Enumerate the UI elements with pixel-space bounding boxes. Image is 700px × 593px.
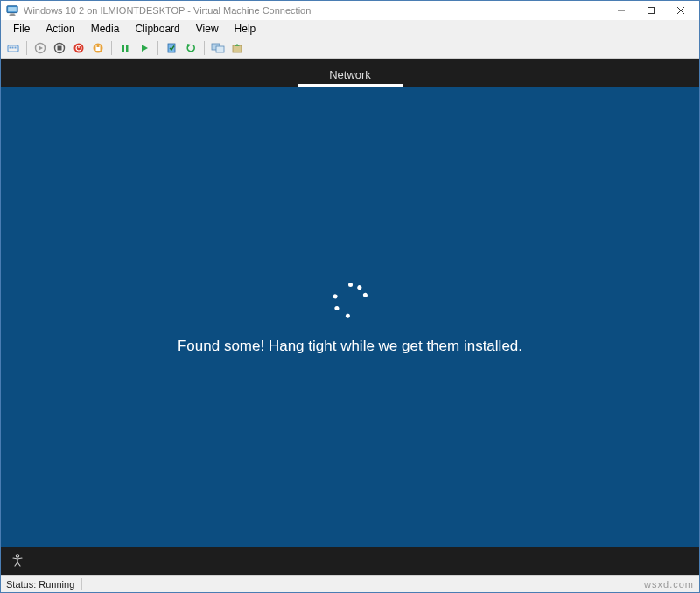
svg-point-31 — [16, 555, 18, 557]
toolbar-separator — [158, 41, 158, 55]
window-title: Windows 10 2 on ILMIONTDESKTOP - Virtual… — [24, 5, 311, 16]
revert-button[interactable] — [182, 39, 200, 57]
svg-rect-23 — [126, 45, 129, 52]
close-button[interactable] — [666, 1, 696, 20]
oobe-header: Network — [1, 59, 699, 87]
statusbar: Status: Running wsxd.com — [1, 575, 699, 592]
pause-button[interactable] — [116, 39, 134, 57]
svg-marker-24 — [142, 45, 148, 52]
toolbar-separator — [26, 41, 27, 55]
toolbar — [1, 38, 699, 59]
menu-clipboard[interactable]: Clipboard — [128, 21, 186, 37]
minimize-button[interactable] — [606, 1, 636, 20]
turn-off-button[interactable] — [51, 39, 68, 57]
window-controls — [606, 1, 696, 20]
status-label: Status: Running — [6, 579, 74, 590]
toolbar-separator — [111, 41, 112, 55]
status-separator — [81, 578, 82, 590]
svg-marker-13 — [39, 46, 44, 51]
guest-display: Network Found some! Hang tight while we … — [1, 59, 699, 575]
toolbar-separator — [204, 41, 205, 55]
menu-help[interactable]: Help — [228, 21, 263, 37]
tab-underline — [298, 84, 402, 87]
save-button[interactable] — [89, 39, 107, 57]
enhanced-session-button[interactable] — [209, 39, 227, 57]
menu-action[interactable]: Action — [38, 21, 81, 37]
svg-rect-2 — [10, 14, 14, 15]
svg-rect-11 — [15, 47, 17, 49]
oobe-status-message: Found some! Hang tight while we get them… — [178, 338, 522, 355]
menu-media[interactable]: Media — [84, 21, 127, 37]
loading-spinner-icon — [328, 278, 372, 322]
svg-rect-22 — [122, 45, 125, 52]
svg-rect-21 — [97, 45, 100, 47]
svg-rect-9 — [10, 47, 11, 49]
watermark-text: wsxd.com — [644, 579, 694, 590]
svg-rect-15 — [58, 46, 62, 51]
vm-monitor-icon — [6, 4, 18, 17]
oobe-body: Found some! Hang tight while we get them… — [1, 87, 699, 547]
maximize-button[interactable] — [636, 1, 666, 20]
accessibility-icon[interactable] — [10, 553, 25, 569]
svg-rect-28 — [216, 46, 224, 52]
svg-rect-10 — [12, 47, 14, 49]
svg-rect-25 — [168, 44, 175, 52]
shutdown-button[interactable] — [70, 39, 88, 57]
svg-rect-29 — [233, 45, 242, 52]
start-button[interactable] — [32, 39, 49, 57]
svg-rect-5 — [648, 8, 654, 14]
svg-rect-3 — [10, 15, 16, 16]
menu-view[interactable]: View — [189, 21, 226, 37]
reset-button[interactable] — [136, 39, 153, 57]
menubar: File Action Media Clipboard View Help — [1, 20, 699, 38]
svg-rect-1 — [8, 7, 17, 11]
svg-marker-30 — [234, 44, 240, 46]
oobe-footer — [1, 547, 699, 575]
ctrl-alt-del-button[interactable] — [4, 39, 22, 57]
menu-file[interactable]: File — [6, 21, 37, 37]
titlebar: Windows 10 2 on ILMIONTDESKTOP - Virtual… — [1, 1, 699, 20]
share-button[interactable] — [228, 39, 246, 57]
checkpoint-button[interactable] — [163, 39, 180, 57]
